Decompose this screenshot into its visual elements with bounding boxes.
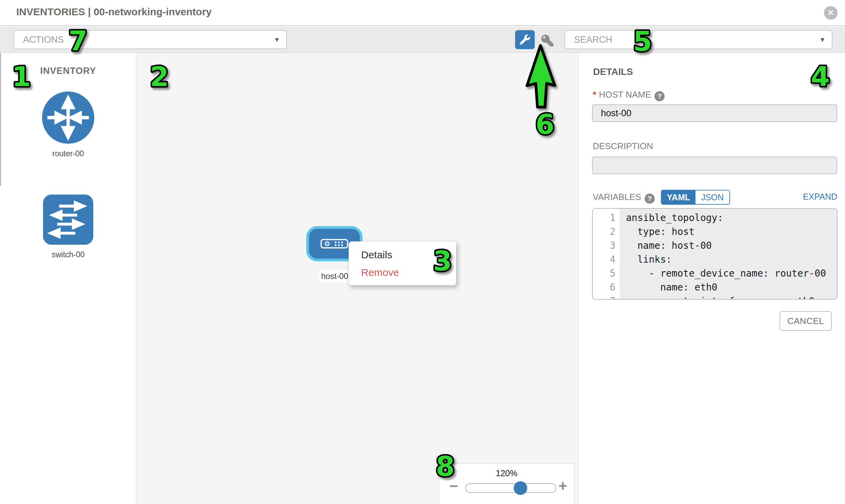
node-context-menu: Details Remove bbox=[349, 241, 456, 285]
zoom-control: 120% − + bbox=[439, 463, 575, 504]
help-icon[interactable]: ? bbox=[654, 91, 665, 101]
palette-item-switch[interactable]: switch-00 bbox=[41, 194, 95, 259]
host-name-input[interactable] bbox=[592, 104, 837, 122]
toggle-json[interactable]: JSON bbox=[696, 191, 729, 204]
code-line: type: host bbox=[626, 225, 837, 239]
variables-format-toggle: YAML JSON bbox=[661, 190, 730, 205]
page-title: INVENTORIES | 00-networking-inventory bbox=[16, 6, 212, 18]
palette-item-label: switch-00 bbox=[41, 250, 95, 259]
toggle-yaml[interactable]: YAML bbox=[662, 191, 696, 204]
chevron-down-icon: ▾ bbox=[821, 31, 824, 49]
zoom-in-button[interactable]: + bbox=[559, 479, 567, 493]
variables-row: VARIABLES? YAML JSON EXPAND bbox=[593, 190, 838, 205]
editor-line-numbers: 1 2 3 4 5 6 7 bbox=[593, 209, 620, 299]
zoom-slider-track[interactable] bbox=[465, 483, 557, 493]
code-line: name: host-00 bbox=[626, 239, 837, 252]
toolbox-button[interactable] bbox=[515, 30, 535, 49]
description-input[interactable] bbox=[592, 157, 837, 174]
search-dropdown[interactable]: SEARCH ▾ bbox=[565, 30, 832, 49]
variables-label: VARIABLES bbox=[593, 192, 641, 202]
description-label: DESCRIPTION bbox=[593, 141, 653, 151]
close-icon[interactable]: × bbox=[824, 6, 838, 20]
inventory-palette: INVENTORY router-00 switch-00 bbox=[0, 53, 136, 504]
code-line: - remote_device_name: router-00 bbox=[626, 266, 837, 280]
context-menu-item-remove[interactable]: Remove bbox=[349, 264, 456, 281]
code-line: remote_interface_name: eth0 bbox=[626, 294, 837, 300]
expand-link[interactable]: EXPAND bbox=[803, 192, 837, 202]
cancel-button[interactable]: CANCEL bbox=[779, 311, 832, 331]
host-node-label: host-00 bbox=[319, 270, 350, 282]
zoom-out-button[interactable]: − bbox=[449, 479, 458, 493]
actions-placeholder: ACTIONS bbox=[23, 31, 64, 49]
code-line: name: eth0 bbox=[626, 280, 837, 294]
help-icon[interactable]: ? bbox=[645, 194, 655, 204]
details-panel: DETAILS *HOST NAME? DESCRIPTION VARIABLE… bbox=[579, 53, 845, 504]
wrench-icon bbox=[520, 35, 530, 45]
collapsed-tray-edge bbox=[0, 53, 1, 186]
toolbar: ACTIONS ▾ SEARCH ▾ bbox=[0, 27, 845, 53]
palette-item-router[interactable]: router-00 bbox=[41, 91, 95, 158]
required-asterisk: * bbox=[593, 89, 596, 100]
key-button[interactable] bbox=[540, 34, 557, 47]
actions-dropdown[interactable]: ACTIONS ▾ bbox=[14, 30, 287, 49]
router-icon bbox=[41, 91, 95, 144]
search-placeholder: SEARCH bbox=[574, 31, 612, 49]
chevron-down-icon: ▾ bbox=[275, 31, 279, 49]
zoom-level: 120% bbox=[439, 468, 574, 478]
palette-heading: INVENTORY bbox=[0, 66, 136, 76]
key-icon bbox=[540, 34, 554, 47]
code-line: ansible_topology: bbox=[626, 211, 837, 225]
switch-icon bbox=[42, 194, 94, 246]
context-menu-item-details[interactable]: Details bbox=[349, 246, 456, 264]
variables-code-editor[interactable]: 1 2 3 4 5 6 7 ansible_topology: type: ho… bbox=[592, 208, 838, 300]
code-line: links: bbox=[626, 252, 837, 266]
zoom-slider-thumb[interactable] bbox=[514, 481, 527, 495]
palette-item-label: router-00 bbox=[41, 149, 95, 158]
titlebar: INVENTORIES | 00-networking-inventory × bbox=[0, 0, 845, 26]
details-heading: DETAILS bbox=[593, 67, 633, 77]
topology-canvas[interactable]: host-00 Details Remove 120% − + bbox=[136, 53, 579, 504]
host-icon bbox=[320, 239, 348, 249]
editor-code[interactable]: ansible_topology: type: host name: host-… bbox=[620, 209, 837, 299]
host-name-label: *HOST NAME? bbox=[593, 89, 665, 101]
